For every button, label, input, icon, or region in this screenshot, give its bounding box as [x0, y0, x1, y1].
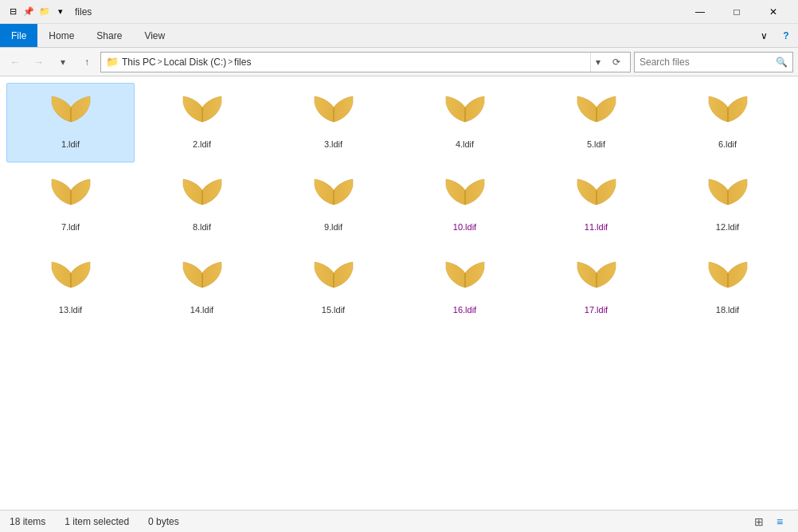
search-input[interactable] [640, 57, 776, 68]
dropdown-arrow-icon[interactable]: ▾ [54, 6, 67, 18]
address-box[interactable]: 📁 This PC > Local Disk (C:) > files ▾ ⟳ [100, 52, 631, 72]
title-bar-icons: ⊟ 📌 📁 ▾ [6, 6, 67, 18]
pin-icon: 📌 [22, 6, 35, 18]
ldif-file-icon [706, 173, 750, 217]
folder-icon: 📁 [38, 6, 51, 18]
ldif-file-icon [49, 173, 93, 217]
file-item[interactable]: 9.ldif [269, 166, 397, 245]
window-title: files [72, 6, 677, 18]
file-item[interactable]: 10.ldif [401, 166, 529, 245]
close-button[interactable]: ✕ [755, 0, 792, 24]
ribbon-help-button[interactable]: ? [774, 24, 798, 47]
file-item[interactable]: 18.ldif [663, 248, 792, 328]
file-label: 9.ldif [324, 222, 342, 232]
address-dropdown-button[interactable]: ▾ [590, 53, 604, 72]
ldif-file-icon [443, 90, 487, 135]
ribbon: File Home Share View ∨ ? [0, 24, 798, 48]
refresh-button[interactable]: ⟳ [608, 53, 625, 71]
file-item[interactable]: 8.ldif [138, 166, 266, 245]
ldif-file-icon [49, 90, 93, 135]
maximize-button[interactable]: □ [718, 0, 755, 24]
file-item[interactable]: 7.ldif [6, 166, 135, 245]
file-item[interactable]: 11.ldif [532, 166, 660, 245]
content-wrapper: 1.ldif 2.ldif [0, 76, 798, 510]
file-label: 17.ldif [585, 305, 608, 315]
breadcrumb-local-disk[interactable]: Local Disk (C:) [164, 57, 227, 68]
file-label: 15.ldif [322, 305, 345, 315]
ldif-file-icon [311, 90, 356, 135]
file-item[interactable]: 3.ldif [269, 83, 397, 162]
ribbon-share-tab[interactable]: Share [85, 24, 133, 47]
ldif-file-icon [311, 256, 356, 300]
file-label: 18.ldif [716, 305, 739, 315]
ldif-file-icon [706, 256, 750, 300]
minimize-button[interactable]: — [682, 0, 718, 24]
up-button[interactable]: ↑ [76, 52, 97, 72]
ldif-file-icon [180, 90, 225, 135]
file-item[interactable]: 2.ldif [138, 83, 266, 162]
file-label: 14.ldif [190, 305, 213, 315]
breadcrumb-this-pc[interactable]: This PC [122, 57, 156, 68]
file-label: 8.ldif [193, 222, 211, 232]
recent-locations-button[interactable]: ▾ [53, 52, 73, 72]
folder-small-icon: 📁 [106, 56, 119, 68]
ldif-file-icon [49, 256, 93, 300]
file-item[interactable]: 4.ldif [401, 83, 529, 162]
file-item[interactable]: 13.ldif [6, 248, 135, 328]
files-area: 1.ldif 2.ldif [0, 76, 798, 510]
breadcrumb-sep-2: > [228, 57, 233, 66]
quick-access-icon: ⊟ [6, 6, 19, 18]
file-label: 16.ldif [453, 305, 476, 315]
file-item[interactable]: 5.ldif [532, 83, 660, 162]
file-label: 7.ldif [61, 222, 80, 232]
file-item[interactable]: 17.ldif [532, 248, 660, 328]
title-bar: ⊟ 📌 📁 ▾ files — □ ✕ [0, 0, 798, 24]
file-item[interactable]: 6.ldif [663, 83, 792, 162]
file-label: 5.ldif [587, 139, 605, 149]
file-label: 12.ldif [716, 222, 739, 232]
back-button[interactable]: ← [5, 52, 25, 72]
ribbon-file-tab[interactable]: File [0, 24, 37, 47]
file-label: 1.ldif [61, 139, 80, 149]
ribbon-view-tab[interactable]: View [133, 24, 176, 47]
status-bar: 18 items 1 item selected 0 bytes ⊞ ≡ [0, 510, 798, 532]
ribbon-collapse-button[interactable]: ∨ [754, 24, 774, 47]
breadcrumb: This PC > Local Disk (C:) > files [122, 57, 587, 68]
file-label: 2.ldif [193, 139, 211, 149]
ribbon-home-tab[interactable]: Home [37, 24, 85, 47]
file-label: 13.ldif [59, 305, 82, 315]
ldif-file-icon [574, 90, 619, 135]
selected-size: 0 bytes [148, 516, 179, 527]
ldif-file-icon [574, 256, 619, 300]
list-view-button[interactable]: ≡ [771, 513, 788, 530]
ldif-file-icon [311, 173, 356, 217]
file-label: 3.ldif [324, 139, 342, 149]
item-count: 18 items [10, 516, 45, 527]
ldif-file-icon [706, 90, 750, 135]
ldif-file-icon [443, 173, 487, 217]
file-item[interactable]: 1.ldif [6, 83, 135, 162]
large-icons-view-button[interactable]: ⊞ [750, 513, 768, 530]
file-label: 10.ldif [453, 222, 476, 232]
ldif-file-icon [574, 173, 619, 217]
file-label: 4.ldif [456, 139, 474, 149]
ldif-file-icon [180, 173, 225, 217]
ldif-file-icon [443, 256, 487, 300]
window-controls: — □ ✕ [682, 0, 792, 24]
file-item[interactable]: 16.ldif [401, 248, 529, 328]
ldif-file-icon [180, 256, 225, 300]
search-box[interactable]: 🔍 [634, 52, 793, 72]
file-label: 11.ldif [585, 222, 608, 232]
breadcrumb-files[interactable]: files [234, 57, 251, 68]
file-item[interactable]: 15.ldif [269, 248, 397, 328]
forward-button[interactable]: → [29, 52, 49, 72]
view-toggle: ⊞ ≡ [750, 513, 788, 530]
search-icon[interactable]: 🔍 [776, 57, 788, 68]
breadcrumb-sep-1: > [158, 57, 162, 66]
file-item[interactable]: 12.ldif [663, 166, 792, 245]
address-bar-row: ← → ▾ ↑ 📁 This PC > Local Disk (C:) > fi… [0, 48, 798, 76]
file-item[interactable]: 14.ldif [138, 248, 266, 328]
selected-info: 1 item selected [65, 516, 129, 527]
file-label: 6.ldif [718, 139, 737, 149]
